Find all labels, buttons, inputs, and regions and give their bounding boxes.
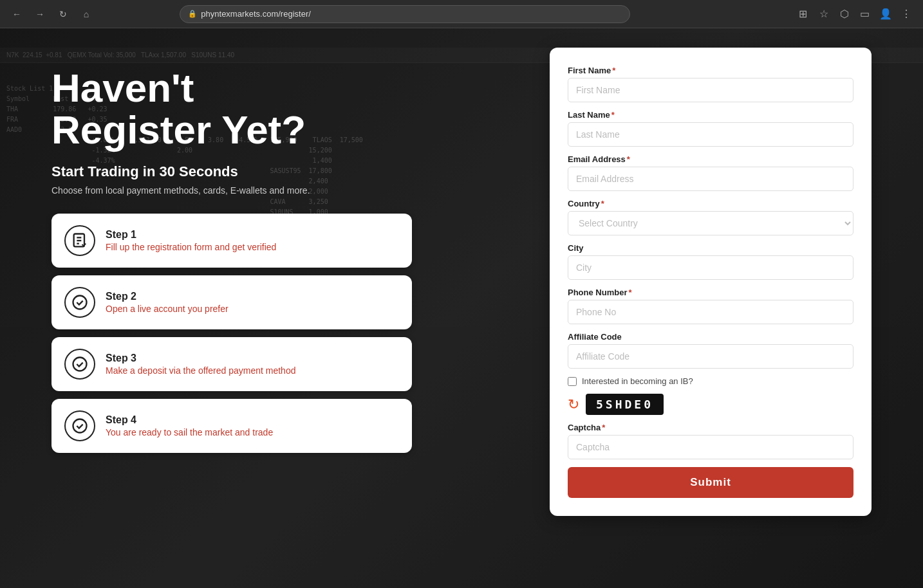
- affiliate-group: Affiliate Code: [568, 332, 853, 369]
- first-name-required: *: [612, 66, 615, 75]
- captcha-refresh-icon[interactable]: ↻: [568, 396, 579, 413]
- city-group: City: [568, 243, 853, 280]
- ib-checkbox[interactable]: [568, 377, 577, 386]
- step-4-text: Step 4 You are ready to sail the market …: [106, 414, 399, 437]
- ib-checkbox-label: Interested in becoming an IB?: [582, 376, 693, 386]
- captcha-label: Captcha*: [568, 423, 853, 432]
- forward-button[interactable]: →: [31, 5, 49, 23]
- left-content: Haven't Register Yet? Start Trading in 3…: [51, 67, 412, 461]
- last-name-label: Last Name*: [568, 110, 853, 120]
- country-select[interactable]: Select Country Afghanistan Australia Can…: [568, 211, 853, 235]
- phone-label: Phone Number*: [568, 288, 853, 297]
- browser-chrome: ← → ↻ ⌂ 🔒 phyntexmarkets.com/register/ ⊞…: [0, 0, 923, 28]
- city-label: City: [568, 243, 853, 253]
- captcha-input[interactable]: [568, 435, 853, 459]
- svg-point-5: [73, 358, 87, 371]
- svg-point-6: [73, 419, 87, 433]
- country-required: *: [601, 199, 604, 208]
- affiliate-label: Affiliate Code: [568, 332, 853, 342]
- profile-icon[interactable]: 👤: [877, 5, 895, 23]
- registration-form: First Name* Last Name* Email Address* Co…: [550, 48, 872, 516]
- email-required: *: [627, 154, 630, 164]
- captcha-required: *: [602, 423, 605, 432]
- step-3-desc: Make a deposit via the offered payment m…: [106, 365, 399, 376]
- sidebar-icon[interactable]: ▭: [856, 5, 874, 23]
- translate-icon[interactable]: ⊞: [794, 5, 812, 23]
- phone-input[interactable]: [568, 300, 853, 324]
- step-2-text: Step 2 Open a live account you prefer: [106, 291, 399, 314]
- page-wrapper: N7K 224.15 +0.81 QEMX Total Vol: 35,000 …: [0, 28, 923, 588]
- country-group: Country* Select Country Afghanistan Aust…: [568, 199, 853, 235]
- step-3-title: Step 3: [106, 353, 399, 364]
- step-3-card: Step 3 Make a deposit via the offered pa…: [51, 337, 412, 391]
- sub-text: Choose from local payment methods, cards…: [51, 185, 412, 196]
- step-1-icon: [64, 225, 95, 256]
- back-button[interactable]: ←: [8, 5, 26, 23]
- captcha-image: 5SHDE0: [586, 394, 664, 415]
- step-3-icon: [64, 349, 95, 380]
- browser-actions: ⊞ ☆ ⬡ ▭ 👤 ⋮: [794, 5, 915, 23]
- email-group: Email Address*: [568, 154, 853, 191]
- country-label: Country*: [568, 199, 853, 208]
- step-4-desc: You are ready to sail the market and tra…: [106, 427, 399, 437]
- ib-checkbox-row: Interested in becoming an IB?: [568, 376, 853, 386]
- main-heading: Haven't Register Yet?: [51, 67, 412, 151]
- lock-icon: 🔒: [188, 10, 197, 18]
- submit-button[interactable]: Submit: [568, 467, 853, 498]
- first-name-label: First Name*: [568, 66, 853, 75]
- phone-required: *: [628, 288, 631, 297]
- first-name-group: First Name*: [568, 66, 853, 102]
- url-text: phyntexmarkets.com/register/: [201, 9, 311, 19]
- step-4-title: Step 4: [106, 414, 399, 426]
- captcha-row: ↻ 5SHDE0: [568, 394, 853, 415]
- bookmark-icon[interactable]: ☆: [815, 5, 833, 23]
- step-2-title: Step 2: [106, 291, 399, 302]
- step-1-card: Step 1 Fill up the registration form and…: [51, 214, 412, 268]
- last-name-group: Last Name*: [568, 110, 853, 147]
- address-bar[interactable]: 🔒 phyntexmarkets.com/register/: [180, 5, 630, 23]
- step-1-text: Step 1 Fill up the registration form and…: [106, 229, 399, 252]
- step-2-icon: [64, 287, 95, 318]
- city-input[interactable]: [568, 255, 853, 280]
- step-3-text: Step 3 Make a deposit via the offered pa…: [106, 353, 399, 376]
- step-4-icon: [64, 410, 95, 441]
- last-name-input[interactable]: [568, 122, 853, 147]
- first-name-input[interactable]: [568, 78, 853, 102]
- step-2-desc: Open a live account you prefer: [106, 304, 399, 314]
- email-label: Email Address*: [568, 154, 853, 164]
- sub-heading: Start Trading in 30 Seconds: [51, 163, 412, 180]
- reload-button[interactable]: ↻: [54, 5, 72, 23]
- svg-point-4: [73, 296, 87, 309]
- phone-group: Phone Number*: [568, 288, 853, 324]
- affiliate-code-input[interactable]: [568, 344, 853, 369]
- email-input[interactable]: [568, 167, 853, 191]
- step-1-title: Step 1: [106, 229, 399, 241]
- last-name-required: *: [611, 110, 615, 120]
- extension-icon[interactable]: ⬡: [835, 5, 853, 23]
- step-1-desc: Fill up the registration form and get ve…: [106, 242, 399, 252]
- captcha-group: Captcha*: [568, 423, 853, 459]
- menu-icon[interactable]: ⋮: [897, 5, 915, 23]
- step-4-card: Step 4 You are ready to sail the market …: [51, 399, 412, 453]
- step-2-card: Step 2 Open a live account you prefer: [51, 275, 412, 329]
- home-button[interactable]: ⌂: [77, 5, 95, 23]
